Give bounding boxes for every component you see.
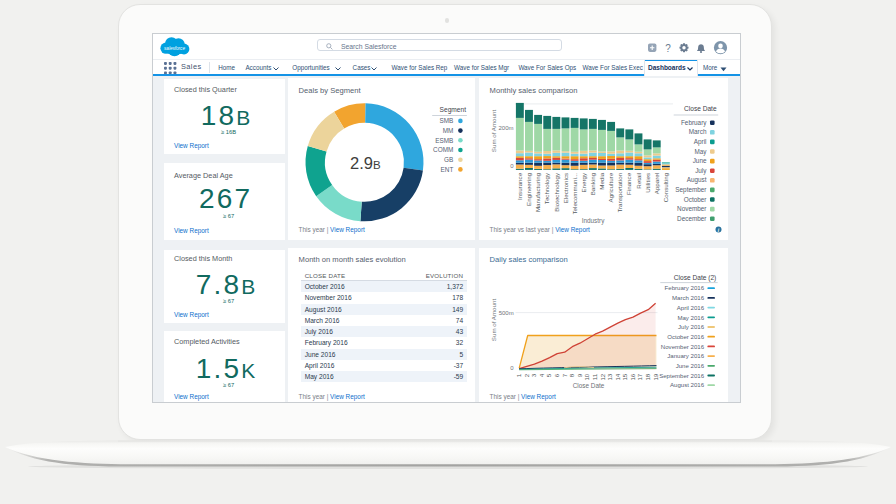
svg-text:Close Date: Close Date [684,105,717,112]
svg-text:?: ? [665,43,671,54]
svg-text:500m: 500m [499,310,514,316]
svg-text:12: 12 [598,373,605,380]
svg-text:December: December [677,215,707,222]
svg-text:Sum of Amount: Sum of Amount [490,109,497,152]
svg-text:Engineering: Engineering [525,172,532,206]
svg-text:April: April [694,138,707,146]
svg-text:17: 17 [636,373,643,380]
svg-text:Close Date (2): Close Date (2) [674,274,716,282]
svg-text:18: 18 [644,373,651,380]
svg-text:9: 9 [576,373,583,377]
svg-text:0: 0 [510,365,514,371]
svg-text:March: March [689,128,707,135]
svg-text:July: July [695,167,707,175]
svg-text:10: 10 [583,373,590,380]
svg-text:8: 8 [568,373,575,377]
svg-text:Media: Media [598,172,605,189]
svg-text:salesforce: salesforce [164,45,185,50]
svg-text:11: 11 [591,373,598,380]
svg-text:May: May [694,147,707,155]
svg-text:Banking: Banking [589,172,596,195]
svg-text:May 2016: May 2016 [677,314,704,321]
svg-text:February 2016: February 2016 [664,285,704,292]
svg-text:March 2016: March 2016 [672,294,705,301]
svg-text:3: 3 [530,373,537,377]
svg-text:1: 1 [515,373,522,377]
svg-text:19: 19 [651,373,658,380]
svg-text:Energy: Energy [580,172,587,193]
svg-text:Retail: Retail [634,173,641,189]
svg-text:Close Date: Close Date [573,383,605,390]
svg-text:June: June [692,157,706,164]
svg-text:2: 2 [523,373,530,377]
svg-text:August: August [686,176,706,184]
svg-text:September 2016: September 2016 [659,372,705,379]
svg-text:Sum of Amount: Sum of Amount [490,299,497,342]
svg-text:SMB: SMB [440,117,454,124]
svg-text:6: 6 [553,373,560,377]
svg-text:Consulting: Consulting [662,172,669,202]
svg-text:GB: GB [444,156,453,163]
svg-text:Biotechnology: Biotechnology [552,172,559,212]
svg-text:5: 5 [545,373,552,377]
svg-text:14: 14 [613,373,620,380]
svg-text:4: 4 [538,373,545,377]
svg-text:MM: MM [443,127,454,134]
svg-text:April 2016: April 2016 [677,304,705,311]
svg-text:Segment: Segment [440,106,467,114]
svg-text:Apparel: Apparel [653,173,660,194]
svg-text:Industry: Industry [581,217,604,225]
svg-text:Manufacturing: Manufacturing [534,172,541,212]
svg-text:Technology: Technology [543,172,550,204]
svg-text:0: 0 [510,163,514,169]
svg-text:ESMB: ESMB [435,136,453,143]
svg-text:Utilities: Utilities [644,173,651,193]
svg-text:Electronics: Electronics [561,173,568,203]
svg-text:Finance: Finance [625,172,632,195]
svg-text:Insurance: Insurance [516,172,523,200]
svg-text:January 2016: January 2016 [667,353,704,360]
svg-text:October 2016: October 2016 [667,333,704,340]
svg-text:ENT: ENT [441,165,454,172]
svg-text:7: 7 [560,373,567,377]
svg-text:Agriculture: Agriculture [607,172,614,202]
svg-text:13: 13 [606,373,613,380]
svg-text:October: October [684,195,708,202]
svg-text:November: November [677,205,707,212]
svg-text:September: September [675,186,707,194]
svg-text:200m: 200m [498,125,513,131]
svg-text:June 2016: June 2016 [675,362,704,369]
svg-text:Transportation: Transportation [616,172,623,212]
svg-text:COMM: COMM [433,146,453,153]
svg-text:Telecommuni...: Telecommuni... [571,172,578,214]
svg-text:15: 15 [621,373,628,380]
svg-text:February: February [681,119,707,127]
svg-text:July 2016: July 2016 [678,324,705,331]
svg-text:November 2016: November 2016 [661,343,705,350]
svg-text:August 2016: August 2016 [670,382,705,389]
svg-text:16: 16 [629,373,636,380]
